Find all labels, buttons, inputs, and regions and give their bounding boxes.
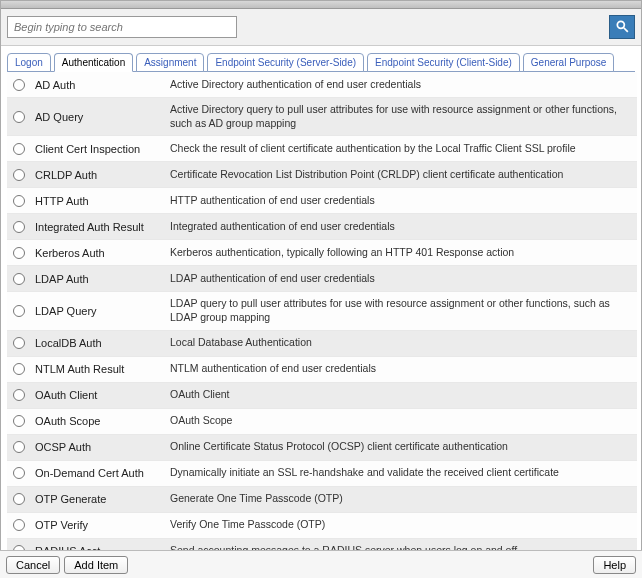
item-description: Certificate Revocation List Distribution… (170, 168, 563, 182)
item-description: Online Certificate Status Protocol (OCSP… (170, 440, 508, 454)
item-description: Check the result of client certificate a… (170, 142, 576, 156)
item-description: Active Directory query to pull user attr… (170, 103, 631, 130)
list-item[interactable]: RADIUS AcctSend accounting messages to a… (7, 539, 637, 550)
radio-button[interactable] (13, 305, 25, 317)
search-icon (615, 19, 629, 35)
auth-list[interactable]: AD AuthActive Directory authentication o… (7, 72, 637, 550)
list-item[interactable]: LDAP AuthLDAP authentication of end user… (7, 266, 637, 292)
radio-button[interactable] (13, 143, 25, 155)
list-item[interactable]: LDAP QueryLDAP query to pull user attrib… (7, 292, 637, 330)
tab-logon[interactable]: Logon (7, 53, 51, 72)
list-item[interactable]: Client Cert InspectionCheck the result o… (7, 136, 637, 162)
footer: Cancel Add Item Help (0, 550, 642, 578)
radio-button[interactable] (13, 389, 25, 401)
help-button[interactable]: Help (593, 556, 636, 574)
item-name: OAuth Client (35, 389, 170, 401)
radio-button[interactable] (13, 247, 25, 259)
list-item[interactable]: LocalDB AuthLocal Database Authenticatio… (7, 331, 637, 357)
item-description: Active Directory authentication of end u… (170, 78, 421, 92)
item-name: On-Demand Cert Auth (35, 467, 170, 479)
item-name: NTLM Auth Result (35, 363, 170, 375)
radio-button[interactable] (13, 221, 25, 233)
item-name: Integrated Auth Result (35, 221, 170, 233)
cancel-button[interactable]: Cancel (6, 556, 60, 574)
list-item[interactable]: OTP VerifyVerify One Time Passcode (OTP) (7, 513, 637, 539)
item-description: Kerberos authentication, typically follo… (170, 246, 514, 260)
list-item[interactable]: AD QueryActive Directory query to pull u… (7, 98, 637, 136)
radio-button[interactable] (13, 273, 25, 285)
radio-button[interactable] (13, 415, 25, 427)
list-item[interactable]: OAuth ClientOAuth Client (7, 383, 637, 409)
list-item[interactable]: On-Demand Cert AuthDynamically initiate … (7, 461, 637, 487)
tab-authentication[interactable]: Authentication (54, 53, 133, 72)
item-name: OCSP Auth (35, 441, 170, 453)
item-name: OAuth Scope (35, 415, 170, 427)
item-name: LocalDB Auth (35, 337, 170, 349)
svg-line-1 (624, 28, 628, 32)
search-bar (1, 9, 641, 46)
radio-button[interactable] (13, 169, 25, 181)
item-description: Local Database Authentication (170, 336, 312, 350)
radio-button[interactable] (13, 363, 25, 375)
item-description: Verify One Time Passcode (OTP) (170, 518, 325, 532)
item-name: LDAP Auth (35, 273, 170, 285)
item-name: OTP Generate (35, 493, 170, 505)
item-name: OTP Verify (35, 519, 170, 531)
item-description: OAuth Client (170, 388, 230, 402)
item-description: Dynamically initiate an SSL re-handshake… (170, 466, 559, 480)
window-titlebar (1, 1, 641, 9)
item-name: HTTP Auth (35, 195, 170, 207)
list-item[interactable]: Kerberos AuthKerberos authentication, ty… (7, 240, 637, 266)
list-item[interactable]: OAuth ScopeOAuth Scope (7, 409, 637, 435)
list-item[interactable]: NTLM Auth ResultNTLM authentication of e… (7, 357, 637, 383)
radio-button[interactable] (13, 467, 25, 479)
list-item[interactable]: OTP GenerateGenerate One Time Passcode (… (7, 487, 637, 513)
list-item[interactable]: Integrated Auth ResultIntegrated authent… (7, 214, 637, 240)
item-description: HTTP authentication of end user credenti… (170, 194, 375, 208)
list-item[interactable]: HTTP AuthHTTP authentication of end user… (7, 188, 637, 214)
item-description: LDAP query to pull user attributes for u… (170, 297, 631, 324)
item-description: Integrated authentication of end user cr… (170, 220, 395, 234)
radio-button[interactable] (13, 111, 25, 123)
radio-button[interactable] (13, 195, 25, 207)
radio-button[interactable] (13, 441, 25, 453)
item-description: OAuth Scope (170, 414, 232, 428)
tab-assignment[interactable]: Assignment (136, 53, 204, 72)
search-input[interactable] (7, 16, 237, 38)
radio-button[interactable] (13, 519, 25, 531)
item-description: NTLM authentication of end user credenti… (170, 362, 376, 376)
search-button[interactable] (609, 15, 635, 39)
radio-button[interactable] (13, 337, 25, 349)
item-name: AD Query (35, 111, 170, 123)
svg-point-0 (617, 21, 624, 28)
item-name: AD Auth (35, 79, 170, 91)
item-name: Kerberos Auth (35, 247, 170, 259)
item-description: LDAP authentication of end user credenti… (170, 272, 375, 286)
list-item[interactable]: AD AuthActive Directory authentication o… (7, 72, 637, 98)
radio-button[interactable] (13, 79, 25, 91)
list-item[interactable]: OCSP AuthOnline Certificate Status Proto… (7, 435, 637, 461)
item-name: CRLDP Auth (35, 169, 170, 181)
radio-button[interactable] (13, 493, 25, 505)
add-item-button[interactable]: Add Item (64, 556, 128, 574)
tab-bar: LogonAuthenticationAssignmentEndpoint Se… (1, 46, 641, 71)
item-name: LDAP Query (35, 305, 170, 317)
tab-endpoint-security-client-side-[interactable]: Endpoint Security (Client-Side) (367, 53, 520, 72)
item-name: Client Cert Inspection (35, 143, 170, 155)
list-item[interactable]: CRLDP AuthCertificate Revocation List Di… (7, 162, 637, 188)
item-description: Generate One Time Passcode (OTP) (170, 492, 343, 506)
tab-general-purpose[interactable]: General Purpose (523, 53, 615, 72)
tab-endpoint-security-server-side-[interactable]: Endpoint Security (Server-Side) (207, 53, 364, 72)
